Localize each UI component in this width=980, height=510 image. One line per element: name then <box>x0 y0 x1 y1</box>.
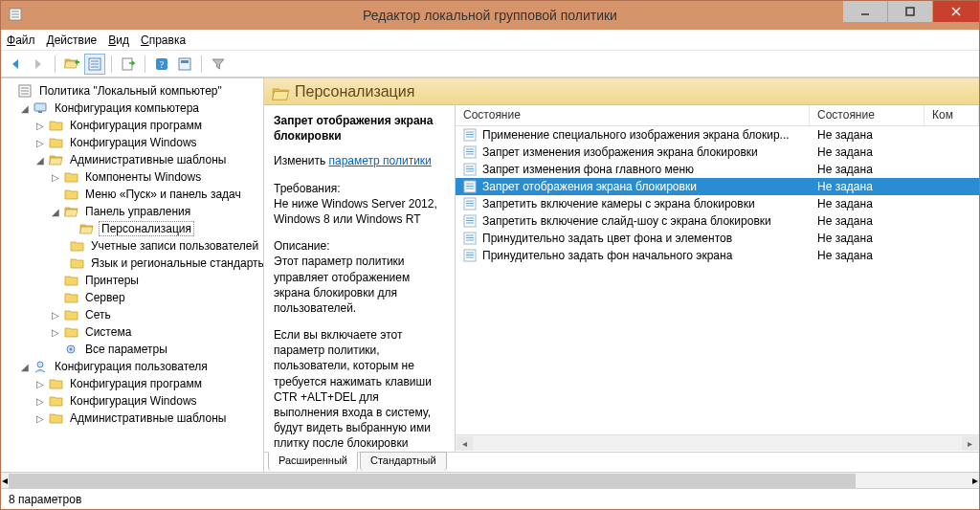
row-name: Принудительно задать цвет фона и элемент… <box>482 232 732 245</box>
list-row[interactable]: Запрет изменения изображения экрана блок… <box>456 144 979 161</box>
expand-icon[interactable]: ▷ <box>51 327 60 338</box>
list-row[interactable]: Применение специального изображения экра… <box>456 126 979 144</box>
tree-lang-region[interactable]: Язык и региональные стандарты <box>5 255 263 272</box>
help-button[interactable]: ? <box>151 54 172 75</box>
tree-windows-config[interactable]: ▷Конфигурация Windows <box>5 134 263 151</box>
scroll-track[interactable] <box>9 474 971 488</box>
list-pane: Состояние Состояние Ком Применение специ… <box>456 105 979 451</box>
folder-icon <box>49 119 64 132</box>
list-header[interactable]: Состояние Состояние Ком <box>456 105 979 126</box>
tree-root[interactable]: Политика "Локальный компьютер" <box>5 82 263 100</box>
tree-windows-components[interactable]: ▷Компоненты Windows <box>5 168 263 186</box>
scroll-right-icon[interactable]: ▸ <box>962 436 978 451</box>
list-row[interactable]: Запрет изменения фона главного менюНе за… <box>456 161 979 178</box>
export-button[interactable] <box>118 54 139 75</box>
tree-computer-config[interactable]: ◢Конфигурация компьютера <box>5 100 263 117</box>
statusbar: 8 параметров <box>1 488 979 509</box>
expand-icon[interactable]: ▷ <box>35 396 45 407</box>
policy-item-icon <box>463 128 479 142</box>
list-row[interactable]: Запрет отображения экрана блокировкиНе з… <box>456 178 979 195</box>
folder-icon <box>49 136 64 149</box>
description-label: Описание: <box>274 239 330 253</box>
back-button[interactable] <box>5 54 26 75</box>
main-hscrollbar[interactable]: ◂ ▸ <box>1 472 979 488</box>
list-body[interactable]: Применение специального изображения экра… <box>456 126 979 434</box>
right-pane: Персонализация Запрет отображения экрана… <box>264 78 979 472</box>
tree-network[interactable]: ▷Сеть <box>5 306 263 323</box>
row-name: Запрет изменения изображения экрана блок… <box>482 145 758 159</box>
edit-setting-link[interactable]: параметр политики <box>328 154 431 167</box>
list-row[interactable]: Принудительно задать цвет фона и элемент… <box>456 230 979 247</box>
tree-server[interactable]: Сервер <box>5 289 263 306</box>
column-comment[interactable]: Ком <box>924 105 979 125</box>
tree-pane[interactable]: Политика "Локальный компьютер" ◢Конфигур… <box>1 78 264 472</box>
separator-icon <box>201 55 202 73</box>
tree-system[interactable]: ▷Система <box>5 323 263 341</box>
expand-icon[interactable]: ▷ <box>51 172 60 183</box>
folder-icon <box>64 325 79 339</box>
filter-button[interactable] <box>208 54 229 75</box>
tree-control-panel[interactable]: ◢Панель управления <box>5 203 263 220</box>
folder-title: Персонализация <box>295 83 414 100</box>
svg-text:?: ? <box>160 59 165 70</box>
tree-user-windows-config[interactable]: ▷Конфигурация Windows <box>5 392 263 410</box>
scroll-left-icon[interactable]: ◂ <box>2 474 8 487</box>
collapse-icon[interactable]: ◢ <box>35 155 45 166</box>
collapse-icon[interactable]: ◢ <box>20 362 30 372</box>
tab-extended[interactable]: Расширенный <box>268 452 358 471</box>
expand-icon[interactable]: ▷ <box>35 121 45 131</box>
scroll-left-icon[interactable]: ◂ <box>457 436 473 451</box>
folder-icon <box>64 274 79 287</box>
row-state: Не задана <box>810 249 924 262</box>
menu-action[interactable]: Действие <box>47 33 98 47</box>
collapse-icon[interactable]: ◢ <box>51 207 60 217</box>
caption-buttons <box>843 1 979 30</box>
menu-help[interactable]: Справка <box>141 33 186 47</box>
policy-item-icon <box>463 214 479 228</box>
folder-icon <box>70 256 85 270</box>
list-row[interactable]: Запретить включение слайд-шоу с экрана б… <box>456 212 979 230</box>
forward-button[interactable] <box>28 54 49 75</box>
row-state: Не задана <box>810 145 924 159</box>
scroll-thumb[interactable] <box>9 474 856 488</box>
list-hscrollbar[interactable]: ◂ ▸ <box>456 434 979 451</box>
tree-user-config[interactable]: ◢Конфигурация пользователя <box>5 358 263 375</box>
up-button[interactable] <box>61 54 82 75</box>
tree-user-admin-templates[interactable]: ▷Административные шаблоны <box>5 410 263 427</box>
row-name: Принудительно задать фон начального экра… <box>482 249 732 262</box>
expand-icon[interactable]: ▷ <box>35 379 45 389</box>
tree-printers[interactable]: Принтеры <box>5 272 263 289</box>
menu-file[interactable]: Файл <box>7 33 35 47</box>
expand-icon[interactable]: ▷ <box>35 138 45 148</box>
tree-start-menu[interactable]: Меню «Пуск» и панель задач <box>5 186 263 203</box>
scroll-right-icon[interactable]: ▸ <box>972 474 978 487</box>
list-row[interactable]: Принудительно задать фон начального экра… <box>456 247 979 264</box>
row-name: Запрет изменения фона главного меню <box>482 163 694 176</box>
column-state[interactable]: Состояние <box>810 105 924 125</box>
tree-software-config[interactable]: ▷Конфигурация программ <box>5 117 263 134</box>
filter-options-button[interactable] <box>174 54 195 75</box>
expand-icon[interactable]: ▷ <box>51 310 60 321</box>
tab-standard[interactable]: Стандартный <box>360 452 447 471</box>
tree-admin-templates[interactable]: ◢Административные шаблоны <box>5 151 263 168</box>
properties-button[interactable] <box>84 54 105 75</box>
description-text: Этот параметр политики управляет отображ… <box>274 255 410 315</box>
titlebar[interactable]: Редактор локальной групповой политики <box>1 1 979 30</box>
tree-all-settings[interactable]: Все параметры <box>5 341 263 358</box>
column-name[interactable]: Состояние <box>456 105 810 125</box>
row-state: Не задана <box>810 180 924 193</box>
folder-icon <box>49 394 64 408</box>
folder-icon <box>64 205 79 218</box>
tree-user-accounts[interactable]: Учетные записи пользователей <box>5 237 263 255</box>
details-pane: Запрет отображения экрана блокировки Изм… <box>264 105 456 451</box>
tree-personalization[interactable]: Персонализация <box>5 220 263 237</box>
list-row[interactable]: Запретить включение камеры с экрана блок… <box>456 195 979 212</box>
menu-view[interactable]: Вид <box>108 33 129 47</box>
maximize-button[interactable] <box>888 1 932 22</box>
close-button[interactable] <box>933 1 979 22</box>
expand-icon[interactable]: ▷ <box>35 413 45 424</box>
tree-user-software-config[interactable]: ▷Конфигурация программ <box>5 375 263 392</box>
collapse-icon[interactable]: ◢ <box>20 103 30 114</box>
minimize-button[interactable] <box>843 1 887 22</box>
row-state: Не задана <box>810 232 924 245</box>
